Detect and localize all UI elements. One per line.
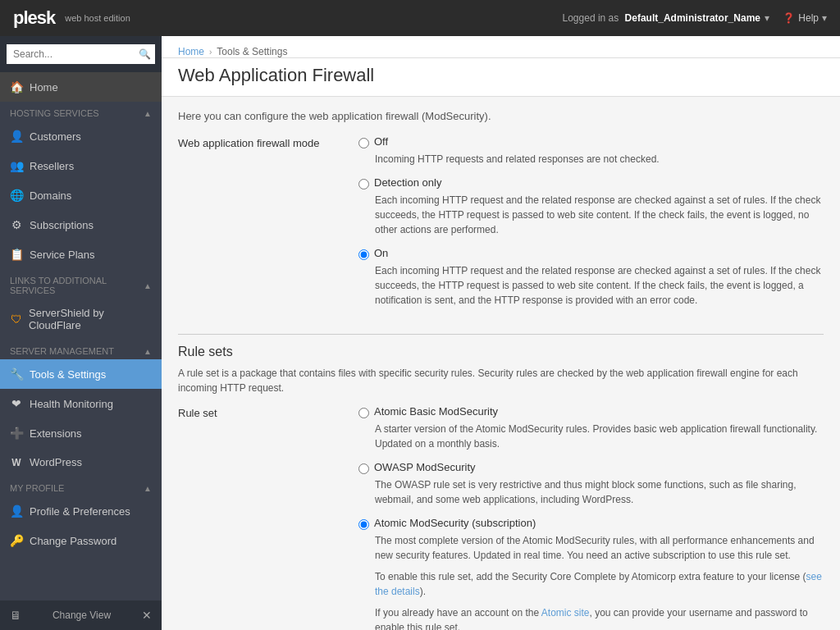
sidebar-item-domains[interactable]: 🌐 Domains: [0, 180, 162, 210]
mode-detection-radio[interactable]: [358, 179, 369, 189]
page-title: Web Application Firewall: [162, 58, 840, 97]
sidebar-item-wordpress[interactable]: W WordPress: [0, 448, 162, 477]
chevron-up-icon-profile: ▲: [144, 484, 152, 493]
ruleset-owasp-label[interactable]: OWASP ModSecurity: [374, 461, 476, 473]
atomic-site-link[interactable]: Atomic site: [541, 607, 590, 619]
ruleset-atomic-basic-group: Atomic Basic ModSecurity A starter versi…: [358, 405, 824, 451]
enable-ruleset-text: To enable this rule set, add the Securit…: [375, 569, 824, 599]
ruleset-atomic-sub-desc: The most complete version of the Atomic …: [375, 533, 824, 563]
breadcrumb-current: Tools & Settings: [217, 46, 287, 57]
content-area: Home › Tools & Settings Web Application …: [162, 36, 840, 630]
profile-icon: 👤: [10, 504, 23, 518]
search-icon[interactable]: 🔍: [139, 48, 151, 60]
top-navigation: plesk web host edition Logged in as Defa…: [0, 0, 840, 36]
mode-on-desc: Each incoming HTTP request and the relat…: [375, 263, 824, 308]
ruleset-atomic-basic-label[interactable]: Atomic Basic ModSecurity: [374, 405, 498, 418]
sidebar-section-profile[interactable]: My Profile ▲: [0, 477, 162, 496]
ruleset-atomic-basic-radio[interactable]: [358, 408, 369, 418]
mode-off-label[interactable]: Off: [374, 135, 388, 148]
ruleset-atomic-sub-label[interactable]: Atomic ModSecurity (subscription): [374, 517, 536, 529]
mode-off-group: Off Incoming HTTP requests and related r…: [358, 135, 824, 167]
sidebar-item-service-plans[interactable]: 📋 Service Plans: [0, 240, 162, 269]
ruleset-owasp-desc: The OWASP rule set is very restrictive a…: [375, 477, 824, 507]
firewall-mode-label: Web application firewall mode: [178, 135, 358, 317]
search-input[interactable]: [7, 44, 155, 64]
mode-detection-option: Detection only: [358, 176, 824, 189]
rule-sets-desc: A rule set is a package that contains fi…: [178, 366, 824, 395]
breadcrumb: Home › Tools & Settings: [162, 36, 840, 58]
ruleset-owasp-radio[interactable]: [358, 463, 369, 474]
content-body: Here you can configure the web applicati…: [162, 97, 840, 630]
firewall-mode-controls: Off Incoming HTTP requests and related r…: [358, 135, 824, 317]
logged-in-label: Logged in as Default_Administrator_Name …: [563, 12, 770, 24]
sidebar-section-links[interactable]: Links to Additional Services ▲: [0, 269, 162, 299]
sidebar-item-change-password[interactable]: 🔑 Change Password: [0, 526, 162, 555]
resellers-icon: 👥: [10, 159, 23, 172]
rule-set-controls: Atomic Basic ModSecurity A starter versi…: [358, 405, 824, 630]
wordpress-icon: W: [10, 457, 23, 468]
search-box: 🔍: [0, 36, 162, 72]
sidebar-item-resellers[interactable]: 👥 Resellers: [0, 151, 162, 180]
mode-detection-group: Detection only Each incoming HTTP reques…: [358, 176, 824, 237]
logo-area: plesk web host edition: [13, 7, 130, 29]
tools-settings-icon: 🔧: [10, 368, 23, 381]
change-view-icon: 🖥: [10, 609, 21, 622]
chevron-up-icon-links: ▲: [144, 281, 152, 290]
chevron-up-icon: ▲: [144, 109, 152, 118]
atomic-site-text: If you already have an account on the At…: [375, 605, 824, 630]
firewall-mode-row: Web application firewall mode Off Incomi…: [178, 135, 824, 317]
mode-on-radio[interactable]: [358, 249, 369, 260]
servershield-icon: 🛡: [10, 313, 22, 326]
mode-on-group: On Each incoming HTTP request and the re…: [358, 247, 824, 308]
sidebar: 🔍 🏠 Home Hosting Services ▲ 👤 Customers …: [0, 36, 162, 630]
ruleset-atomic-sub-radio[interactable]: [358, 519, 369, 530]
breadcrumb-separator: ›: [209, 48, 212, 57]
sidebar-section-hosting[interactable]: Hosting Services ▲: [0, 102, 162, 121]
ruleset-atomic-basic-option: Atomic Basic ModSecurity: [358, 405, 824, 418]
sidebar-section-server[interactable]: Server Management ▲: [0, 340, 162, 359]
change-view-button[interactable]: 🖥 Change View ✕: [0, 600, 162, 630]
sidebar-item-health-monitoring[interactable]: ❤ Health Monitoring: [0, 389, 162, 418]
breadcrumb-home[interactable]: Home: [178, 46, 204, 57]
mode-off-option: Off: [358, 135, 824, 148]
home-icon: 🏠: [10, 80, 23, 94]
ruleset-owasp-option: OWASP ModSecurity: [358, 461, 824, 474]
top-nav-right: Logged in as Default_Administrator_Name …: [563, 12, 827, 24]
mode-off-radio[interactable]: [358, 138, 369, 148]
sidebar-item-profile-preferences[interactable]: 👤 Profile & Preferences: [0, 496, 162, 526]
rule-set-row: Rule set Atomic Basic ModSecurity A star…: [178, 405, 824, 630]
sidebar-item-customers[interactable]: 👤 Customers: [0, 121, 162, 151]
section-divider: [178, 334, 824, 335]
mode-detection-label[interactable]: Detection only: [374, 176, 441, 189]
edition-label: web host edition: [65, 13, 130, 23]
extensions-icon: ➕: [10, 427, 23, 440]
health-icon: ❤: [10, 397, 23, 410]
subscriptions-icon: ⚙: [10, 218, 23, 231]
chevron-up-icon-server: ▲: [144, 347, 152, 356]
close-icon[interactable]: ✕: [142, 609, 152, 622]
plesk-logo: plesk: [13, 7, 55, 29]
mode-on-label[interactable]: On: [374, 247, 388, 259]
rule-sets-heading: Rule sets: [178, 345, 824, 359]
sidebar-item-tools-settings[interactable]: 🔧 Tools & Settings: [0, 359, 162, 389]
ruleset-atomic-sub-group: Atomic ModSecurity (subscription) The mo…: [358, 517, 824, 630]
page-description: Here you can configure the web applicati…: [178, 110, 824, 122]
mode-detection-desc: Each incoming HTTP request and the relat…: [375, 193, 824, 237]
sidebar-item-extensions[interactable]: ➕ Extensions: [0, 418, 162, 448]
main-layout: 🔍 🏠 Home Hosting Services ▲ 👤 Customers …: [0, 36, 840, 630]
service-plans-icon: 📋: [10, 248, 23, 261]
help-button[interactable]: ❓ Help ▾: [783, 12, 827, 24]
mode-on-option: On: [358, 247, 824, 260]
domains-icon: 🌐: [10, 189, 23, 202]
ruleset-atomic-basic-desc: A starter version of the Atomic ModSecur…: [375, 422, 824, 451]
ruleset-owasp-group: OWASP ModSecurity The OWASP rule set is …: [358, 461, 824, 507]
key-icon: 🔑: [10, 534, 23, 547]
sidebar-item-subscriptions[interactable]: ⚙ Subscriptions: [0, 210, 162, 240]
sidebar-item-home[interactable]: 🏠 Home: [0, 72, 162, 102]
sidebar-item-servershield[interactable]: 🛡 ServerShield by CloudFlare: [0, 299, 162, 340]
mode-off-desc: Incoming HTTP requests and related respo…: [375, 152, 824, 167]
ruleset-atomic-sub-option: Atomic ModSecurity (subscription): [358, 517, 824, 530]
rule-set-label: Rule set: [178, 405, 358, 630]
customers-icon: 👤: [10, 130, 23, 143]
